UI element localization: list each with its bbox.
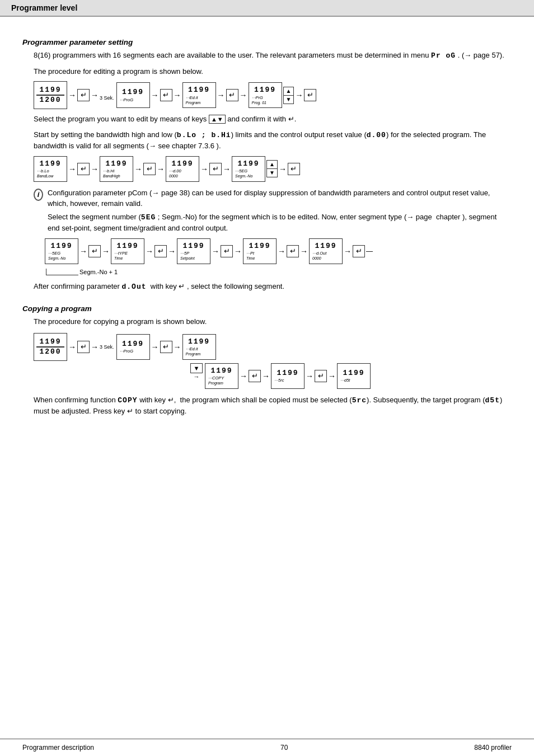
diagram1-row: 1199 1200 → ↵ → 3 Sek. 1199 ⋯ProG → ↵ → … [34, 81, 512, 109]
lcd-sub2-d00: 0000 [168, 174, 196, 178]
lcd-d4-copy-r1: 1199 [210, 367, 232, 375]
lcd-box-d3-1: 1199 ⋯5EG Segm.-No [45, 238, 78, 264]
updown-group-1[interactable]: ▲ ▼ [283, 87, 294, 104]
lcd-box-d3-2: 1199 ⋯tYPE Time [111, 238, 144, 264]
lcd-row1-1: 1199 [39, 86, 61, 95]
lcd-d4-3-sub: ⋯Ed.it [185, 346, 213, 351]
lcd-box-d3-5: 1199 ⋯d.Out 0000 [309, 238, 343, 264]
section1-title: Programmer parameter setting [22, 38, 512, 46]
arr-d4-c2: → [262, 372, 270, 381]
enter-d4-2[interactable]: ↵ [160, 341, 172, 353]
arr-d00: → [200, 165, 208, 173]
enter-seg[interactable]: ↵ [288, 163, 300, 175]
lcd-box-seg: 1199 ⋯5EG Segm.-No [232, 156, 265, 182]
arr-d002: → [223, 165, 231, 173]
enter-btn-4[interactable]: ↵ [304, 89, 316, 101]
section1-para2: The procedure for editing a program is s… [34, 66, 512, 77]
enter-d4-src[interactable]: ↵ [315, 370, 327, 382]
lcd-sublabel-d3-4: ⋯Pt [246, 251, 274, 256]
enter-d3-4[interactable]: ↵ [287, 245, 299, 257]
section1-confirm: After confirming parameter d.Out with ke… [34, 281, 512, 293]
lcd-sublabel-bhi: ⋯b.Hi [102, 168, 130, 173]
lcd-sublabel-d3-1: ⋯5EG [48, 251, 76, 256]
arrow3: → [151, 91, 159, 100]
lcd-d4-2: 1199 ⋯ProG [116, 334, 150, 360]
lcd-sub2-blo: BandLow [36, 174, 64, 178]
copy-code: COPY [118, 396, 137, 405]
up-btn-1[interactable]: ▲ [284, 87, 294, 96]
lcd-sublabel-d00: ⋯d.00 [168, 168, 196, 173]
page-footer: Programmer description 70 8840 profiler [0, 739, 534, 756]
lcd-d4-src-r1: 1199 [277, 369, 298, 378]
page-header: Programmer level [0, 0, 534, 17]
enter-d3-1[interactable]: ↵ [88, 245, 101, 257]
arr-d4-branch: → [194, 373, 200, 380]
enter-btn-1[interactable]: ↵ [77, 89, 90, 101]
dst-code: d5t [485, 396, 500, 405]
section2-para2: When confirming function COPY with key ↵… [34, 395, 512, 417]
dn-btn-1[interactable]: ▼ [284, 96, 294, 104]
lcd-d4-1: 1199 1200 [34, 333, 67, 361]
arr-bhi: → [134, 165, 142, 173]
section2-para1: The procedure for copying a program is s… [34, 316, 512, 327]
lcd-sub2-d3-1: Segm.-No [48, 256, 76, 260]
diagram4-branch: ▼ → 1199 ⋯COPY Program → ↵ → 1199 [190, 363, 512, 389]
diagram4-top: 1199 1200 → ↵ → 3 Sek. 1199 ⋯ProG → ↵ → … [34, 333, 512, 361]
arr-blo: → [68, 165, 76, 173]
lcd-sub2-d3-3: Setpoint [180, 256, 208, 260]
lcd-row1-3: 1199 [188, 86, 210, 95]
arrow4: → [174, 91, 181, 100]
arr-d4-3: → [151, 342, 159, 351]
enter-d3-5[interactable]: ↵ [353, 245, 365, 257]
lcd-d4-2-r1: 1199 [122, 340, 144, 349]
arr-d4-c4: → [328, 372, 336, 381]
lcd-r1-bhi: 1199 [105, 159, 127, 168]
updown-group-2[interactable]: ▲ ▼ [266, 160, 278, 177]
enter-d3-3[interactable]: ↵ [221, 245, 233, 257]
lcd-d4-dst: 1199 ⋯d5t [337, 363, 371, 389]
arr-d3-2: → [102, 247, 110, 256]
enter-d3-2[interactable]: ↵ [154, 245, 167, 257]
enter-blo[interactable]: ↵ [77, 163, 90, 175]
segm-line [46, 269, 78, 275]
lcd-sub-3b: Program [185, 101, 213, 105]
src-code: 5rc [352, 396, 367, 405]
lcd-box-blo: 1199 ⋯b.Lo BandLow [34, 156, 67, 182]
lcd-sublabel-d3-3: ⋯5P [180, 251, 208, 256]
info-para1: Configuration parameter pCom (→ page 38)… [48, 187, 500, 209]
key-updown-inline[interactable]: ▲▼ [209, 115, 226, 124]
lcd-d4-3: 1199 ⋯Ed.it Program [182, 334, 216, 360]
lcd-r1-blo: 1199 [39, 159, 61, 168]
arr-seg2: → [279, 165, 287, 173]
arrow2: → [91, 91, 99, 100]
enter-d4-copy[interactable]: ↵ [249, 370, 261, 382]
dn-btn-2[interactable]: ▼ [267, 169, 277, 177]
lcd-sublabel-seg: ⋯5EG [235, 168, 263, 173]
lcd-sublabel-blo: ⋯b.Lo [36, 168, 64, 173]
dn-btn-d4[interactable]: ▼ [190, 363, 203, 373]
arr-d3-9: → [344, 247, 352, 256]
footer-left: Programmer description [22, 744, 94, 752]
arr-d3-5: → [212, 247, 219, 256]
lcd-box-3: 1199 ⋯Ed.it Program [182, 82, 216, 108]
enter-d00[interactable]: ↵ [209, 163, 222, 175]
dash-end: — [366, 247, 373, 255]
lcd-d4-2-sub: ⋯ProG [119, 349, 147, 354]
enter-d4-1[interactable]: ↵ [77, 341, 90, 353]
arrow5: → [217, 91, 225, 100]
enter-btn-2[interactable]: ↵ [160, 89, 172, 101]
lcd-sub-4: ⋯PrG [251, 95, 279, 100]
diagram2-row: 1199 ⋯b.Lo BandLow → ↵ → 1199 ⋯b.Hi Band… [34, 156, 512, 182]
page-wrapper: Programmer level Programmer parameter se… [0, 0, 534, 756]
segm-label-row: Segm.-No + 1 [46, 269, 512, 275]
info-icon: i [34, 189, 43, 201]
enter-bhi[interactable]: ↵ [143, 163, 156, 175]
up-btn-2[interactable]: ▲ [267, 161, 277, 169]
lcd-box-d3-3: 1199 ⋯5P Setpoint [177, 238, 210, 264]
down-arrow-group: ▼ → [190, 363, 203, 380]
arr-d4-4: → [174, 342, 181, 351]
lcd-row1-2: 1199 [122, 88, 144, 97]
enter-btn-3[interactable]: ↵ [226, 89, 238, 101]
lcd-box-d00: 1199 ⋯d.00 0000 [166, 156, 199, 182]
lcd-sub2-bhi: BandHigh [102, 174, 130, 178]
